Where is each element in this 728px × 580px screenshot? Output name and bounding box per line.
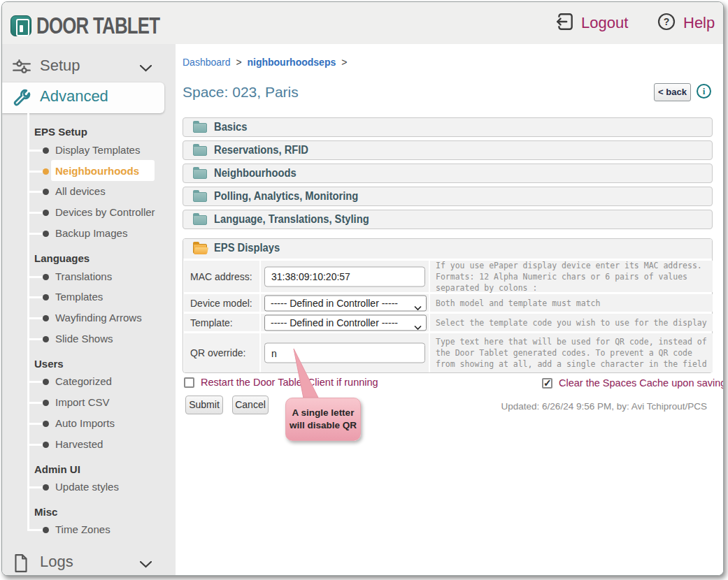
eps-displays-panel: EPS Displays MAC address: If you use ePa… xyxy=(183,238,713,373)
clear-cache-label[interactable]: Clear the Spaces Cache upon saving xyxy=(559,377,724,389)
form-row-template: Template: ----- Defined in Controller --… xyxy=(184,314,711,331)
app-window: DOOR TABLET Logout ? Help xyxy=(1,1,724,576)
sliders-icon xyxy=(12,57,31,77)
sidebar-item-harvested[interactable]: Harvested xyxy=(2,437,170,451)
back-button[interactable]: < back xyxy=(654,83,691,101)
accordion-neighbourhoods[interactable]: Neighbourhoods xyxy=(183,164,713,183)
sidebar-item-templates[interactable]: Templates xyxy=(2,290,170,304)
bullet-icon xyxy=(43,274,49,280)
folder-closed-icon xyxy=(193,123,207,133)
app-logo[interactable]: DOOR TABLET xyxy=(10,12,199,39)
template-label: Template: xyxy=(190,317,233,328)
bullet-icon xyxy=(43,210,49,216)
sidebar-item-display-templates[interactable]: Display Templates xyxy=(2,143,170,157)
sidebar-section-advanced[interactable]: Advanced xyxy=(2,82,164,113)
accordion-basics[interactable]: Basics xyxy=(183,117,713,137)
folder-closed-icon xyxy=(193,215,207,225)
updated-status-text: Updated: 6/26/24 9:56 PM, by: Avi Tchipr… xyxy=(501,401,707,412)
sidebar-item-import-csv[interactable]: Import CSV xyxy=(2,396,170,409)
sidebar-item-translations[interactable]: Translations xyxy=(2,270,170,284)
form-row-mac-address: MAC address: If you use ePaper display d… xyxy=(184,261,711,292)
bullet-icon xyxy=(43,231,49,237)
chevron-down-icon xyxy=(414,320,422,333)
bullet-icon xyxy=(43,421,49,427)
device-model-help: Both model and template must match xyxy=(436,297,710,308)
cancel-button[interactable]: Cancel xyxy=(232,396,269,414)
folder-closed-icon xyxy=(193,146,207,156)
sidebar-section-logs[interactable]: Logs xyxy=(2,547,176,576)
help-label: Help xyxy=(683,14,715,32)
chevron-down-icon xyxy=(140,62,152,75)
help-icon: ? xyxy=(657,12,676,34)
logout-icon xyxy=(556,12,574,34)
tree-heading-misc: Misc xyxy=(34,505,57,519)
sidebar-item-wayfinding-arrows[interactable]: Wayfinding Arrows xyxy=(2,311,170,325)
svg-text:?: ? xyxy=(664,16,670,27)
bullet-icon xyxy=(43,484,49,491)
help-button[interactable]: ? Help xyxy=(657,12,715,34)
sidebar-item-update-styles[interactable]: Update styles xyxy=(2,480,170,494)
page-title: Space: 023, Paris xyxy=(183,84,299,101)
template-select[interactable]: ----- Defined in Controller ----- xyxy=(264,314,427,331)
bullet-icon xyxy=(43,294,49,300)
restart-client-checkbox[interactable] xyxy=(184,377,194,388)
accordion-language-translations[interactable]: Language, Translations, Styling xyxy=(183,210,713,229)
device-model-select[interactable]: ----- Defined in Controller ----- xyxy=(264,295,427,311)
bullet-icon xyxy=(43,527,49,533)
tree-heading-users: Users xyxy=(34,357,64,371)
sidebar-advanced-label: Advanced xyxy=(40,87,108,106)
info-icon[interactable]: i xyxy=(697,84,711,99)
sidebar-section-setup[interactable]: Setup xyxy=(2,51,176,83)
sidebar-item-categorized[interactable]: Categorized xyxy=(2,375,170,389)
door-tablet-logo-icon xyxy=(10,15,31,36)
sidebar-item-devices-by-controller[interactable]: Devices by Controller xyxy=(2,205,170,219)
folder-closed-icon xyxy=(193,192,207,202)
device-model-label: Device model: xyxy=(190,298,252,309)
template-help: Select the template code you wish to use… xyxy=(436,317,710,328)
sidebar-logs-label: Logs xyxy=(40,553,73,571)
chevron-down-icon xyxy=(140,558,152,571)
accordion-polling-analytics[interactable]: Polling, Analytics, Monitoring xyxy=(183,187,713,206)
main-content: Dashboard > nighbourhoodseps > Space: 02… xyxy=(176,44,723,575)
document-icon xyxy=(12,553,31,573)
accordion-eps-displays[interactable]: EPS Displays xyxy=(183,239,712,259)
form-row-device-model: Device model: ----- Defined in Controlle… xyxy=(184,294,711,312)
form-row-qr-override: QR override: Type text here that will be… xyxy=(184,333,711,372)
bullet-icon xyxy=(43,147,49,154)
top-header: DOOR TABLET Logout ? Help xyxy=(2,2,723,44)
bullet-icon xyxy=(43,336,49,342)
folder-open-icon xyxy=(193,244,207,254)
bullet-icon xyxy=(43,379,49,385)
mac-address-help: If you use ePaper display device enter i… xyxy=(436,259,710,293)
tree-heading-languages: Languages xyxy=(34,252,90,266)
logout-label: Logout xyxy=(581,14,628,32)
folder-closed-icon xyxy=(193,169,207,179)
tree-heading-eps-setup: EPS Setup xyxy=(34,125,87,139)
sidebar-item-backup-images[interactable]: Backup Images xyxy=(2,226,170,240)
mac-address-label: MAC address: xyxy=(190,271,252,282)
bullet-icon xyxy=(43,168,49,175)
logout-button[interactable]: Logout xyxy=(556,12,628,34)
qr-override-label: QR override: xyxy=(190,347,245,358)
sidebar-item-auto-imports[interactable]: Auto Imports xyxy=(2,416,170,430)
qr-override-help: Type text here that will be used for QR … xyxy=(436,336,710,370)
sidebar: Setup Advanced EPS Setup Display Templat… xyxy=(2,44,176,575)
submit-button[interactable]: Submit xyxy=(185,396,223,414)
app-logo-text: DOOR TABLET xyxy=(36,12,159,39)
wrench-icon xyxy=(12,89,31,108)
bullet-icon xyxy=(43,400,49,406)
sidebar-item-all-devices[interactable]: All devices xyxy=(2,184,170,198)
sidebar-item-neighbourhoods[interactable]: Neighbourhoods xyxy=(2,164,170,178)
accordion-reservations-rfid[interactable]: Reservations, RFID xyxy=(183,140,713,160)
mac-address-input[interactable] xyxy=(264,266,425,287)
sidebar-item-time-zones[interactable]: Time Zones xyxy=(2,523,170,537)
breadcrumb: Dashboard > nighbourhoodseps > xyxy=(183,57,350,68)
chevron-down-icon xyxy=(414,300,422,313)
sidebar-setup-label: Setup xyxy=(40,57,80,75)
breadcrumb-current-link[interactable]: nighbourhoodseps xyxy=(247,57,336,68)
bullet-icon xyxy=(43,442,49,448)
clear-cache-checkbox[interactable] xyxy=(542,378,552,389)
breadcrumb-dashboard-link[interactable]: Dashboard xyxy=(183,57,231,68)
sidebar-item-slide-shows[interactable]: Slide Shows xyxy=(2,332,170,346)
tooltip-tail xyxy=(280,345,329,404)
